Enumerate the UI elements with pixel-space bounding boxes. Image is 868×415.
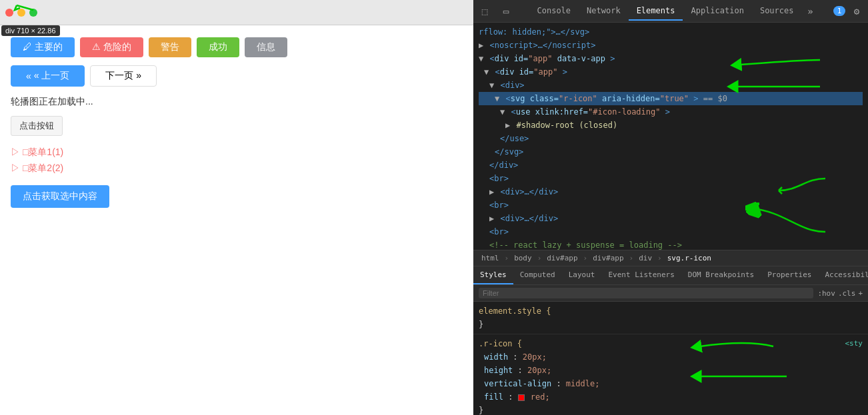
tree-line: <br> <box>479 199 863 212</box>
tree-line[interactable]: ▶ #shadow-root (closed) <box>479 119 863 132</box>
tab-layout[interactable]: Layout <box>562 266 602 284</box>
tree-line[interactable]: ▼ <div> <box>479 79 863 92</box>
breadcrumb-html[interactable]: html <box>479 253 502 263</box>
tab-accessibility[interactable]: Accessibility <box>818 266 868 284</box>
triangle-icon[interactable]: ▼ <box>484 67 489 77</box>
tab-computed[interactable]: Computed <box>513 266 562 284</box>
tab-dom-breakpoints[interactable]: DOM Breakpoints <box>681 266 761 284</box>
breadcrumb-div-app1[interactable]: div#app <box>544 253 580 263</box>
danger-button[interactable]: ⚠ 危险的 <box>80 37 143 57</box>
tab-console[interactable]: Console <box>529 2 579 21</box>
css-fill-prop: fill : red; <box>479 390 863 404</box>
menu-item-1-label: ▷ □菜单1(1) <box>11 147 63 159</box>
triangle-icon[interactable]: ▼ <box>500 107 505 117</box>
triangle-icon[interactable]: ▶ <box>505 121 510 130</box>
tree-line: </div> <box>479 159 863 172</box>
style-tab-bar: Styles Computed Layout Event Listeners D… <box>473 266 868 285</box>
css-height-prop: height : 20px; <box>479 364 863 377</box>
close-button[interactable] <box>5 9 13 17</box>
button-row: 🖊 主要的 ⚠ 危险的 警告 成功 信息 <box>11 37 463 57</box>
hov-button[interactable]: :hov <box>817 289 835 298</box>
hover-badge: div 710 × 22.86 <box>1 25 60 36</box>
r-icon-style-block: .r-icon { <sty width : 20px; height : 20… <box>473 334 868 415</box>
pagination: « « 上一页 下一页 » <box>11 65 463 87</box>
html-tree[interactable]: rflow: hidden;">…</svg> ▶ <noscript>…</n… <box>473 23 868 250</box>
tab-application[interactable]: Application <box>683 2 751 21</box>
tree-line[interactable]: ▶ <div>…</div> <box>479 212 863 225</box>
tree-line: rflow: hidden;">…</svg> <box>479 25 863 39</box>
click-button[interactable]: 点击按钮 <box>11 116 63 136</box>
info-button[interactable]: 信息 <box>245 37 287 57</box>
menu-item-2-label: ▷ □菜单2(2) <box>11 163 63 175</box>
tree-line: </svg> <box>479 145 863 159</box>
r-icon-selector: .r-icon { <sty <box>479 337 863 350</box>
filter-extras: :hov .cls + <box>817 289 863 298</box>
tree-line: <br> <box>479 172 863 185</box>
tab-sources[interactable]: Sources <box>752 2 802 21</box>
triangle-icon[interactable]: ▶ <box>479 41 483 50</box>
element-style-block: element.style { } <box>473 302 868 334</box>
menu-item-1[interactable]: ▷ □菜单1(1) <box>11 147 463 159</box>
triangle-icon[interactable]: ▶ <box>489 187 494 197</box>
tree-comment: <!-- react lazy + suspense = loading --> <box>479 238 863 250</box>
maximize-button[interactable] <box>29 9 37 17</box>
next-label: 下一页 » <box>105 70 141 82</box>
left-panel: div 710 × 22.86 🖊 主要的 ⚠ 危险的 警告 成功 信息 « «… <box>0 0 473 415</box>
menu-item-2[interactable]: ▷ □菜单2(2) <box>11 163 463 175</box>
triangle-icon[interactable]: ▼ <box>479 54 483 63</box>
loading-text: 轮播图正在加载中... <box>11 96 463 108</box>
tree-line: </use> <box>479 132 863 145</box>
primary-button[interactable]: 🖊 主要的 <box>11 37 75 57</box>
tree-line[interactable]: ▶ <noscript>…</noscript> <box>479 39 863 52</box>
breadcrumb-svg[interactable]: svg.r-icon <box>665 253 714 263</box>
warning-button[interactable]: 警告 <box>149 37 191 57</box>
tree-line[interactable]: ▼ <use xlink:href="#icon-loading" > <box>479 105 863 119</box>
breadcrumb-div-app2[interactable]: div#app <box>590 253 626 263</box>
tab-styles[interactable]: Styles <box>473 266 513 284</box>
tab-event-listeners[interactable]: Event Listeners <box>601 266 681 284</box>
add-style-button[interactable]: + <box>858 289 863 298</box>
select-content-button[interactable]: 点击获取选中内容 <box>11 185 109 208</box>
tab-network[interactable]: Network <box>579 2 629 21</box>
tree-line[interactable]: ▶ <div>…</div> <box>479 185 863 199</box>
minimize-button[interactable] <box>17 9 25 17</box>
tree-line-selected[interactable]: ▼ <svg class="r-icon" aria-hidden="true"… <box>479 92 863 105</box>
triangle-icon[interactable]: ▼ <box>489 81 494 90</box>
devtools-panel: ⬚ ▭ Console Network Elements Application… <box>473 0 868 415</box>
settings-icon[interactable]: ⚙ <box>848 3 865 20</box>
browser-chrome <box>0 0 473 25</box>
tab-properties[interactable]: Properties <box>761 266 818 284</box>
element-style-selector: element.style { <box>479 304 863 318</box>
css-vertical-align-prop: vertical-align : middle; <box>479 377 863 390</box>
more-tabs-icon[interactable]: » <box>802 3 819 20</box>
color-swatch-red[interactable] <box>518 394 525 401</box>
triangle-icon[interactable]: ▼ <box>495 94 499 103</box>
tab-elements[interactable]: Elements <box>629 2 683 21</box>
prev-icon: « <box>26 71 31 81</box>
styles-panel: element.style { } .r-icon { <sty width :… <box>473 302 868 415</box>
inspect-icon[interactable]: ⬚ <box>476 3 493 20</box>
triangle-icon[interactable]: ▶ <box>489 214 494 223</box>
breadcrumb-div[interactable]: div <box>636 253 655 263</box>
prev-page-button[interactable]: « « 上一页 <box>11 65 85 87</box>
tree-line[interactable]: ▼ <div id="app" > <box>479 65 863 79</box>
css-width-prop: width : 20px; <box>479 350 863 364</box>
breadcrumb-bar: html › body › div#app › div#app › div › … <box>473 250 868 266</box>
cls-button[interactable]: .cls <box>838 289 856 298</box>
filter-input[interactable] <box>479 288 813 298</box>
filter-bar: :hov .cls + <box>473 285 868 302</box>
tree-line: <br> <box>479 225 863 238</box>
success-button[interactable]: 成功 <box>197 37 239 57</box>
notification-badge: 1 <box>833 6 845 16</box>
element-style-close: } <box>479 318 863 331</box>
devtools-tab-bar: ⬚ ▭ Console Network Elements Application… <box>473 0 868 23</box>
devtools-left-icons: ⬚ ▭ <box>476 3 515 20</box>
tree-line[interactable]: ▼ <div id="app" data-v-app > <box>479 52 863 65</box>
breadcrumb-body[interactable]: body <box>511 253 535 263</box>
style-source: <sty <box>845 338 863 350</box>
devtools-right-icons: 1 ⚙ <box>833 3 865 20</box>
prev-label: « 上一页 <box>34 70 70 82</box>
next-page-button[interactable]: 下一页 » <box>90 65 157 87</box>
device-icon[interactable]: ▭ <box>497 3 515 20</box>
r-icon-close: } <box>479 404 863 415</box>
